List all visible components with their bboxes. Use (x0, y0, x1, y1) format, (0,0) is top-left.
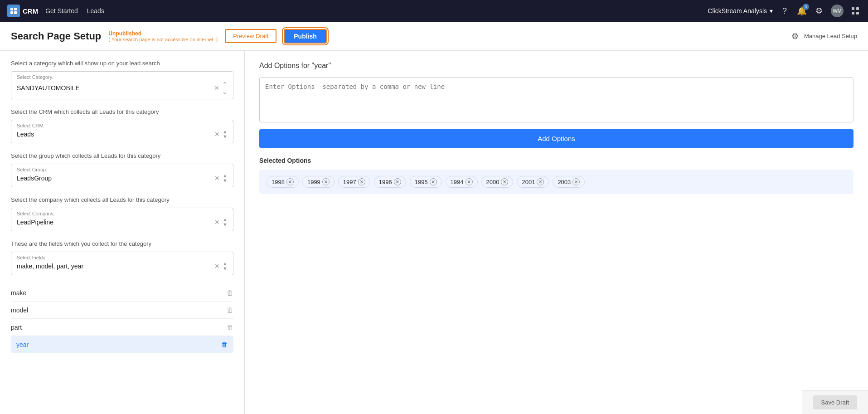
field-row-model[interactable]: model 🗑 (11, 302, 233, 319)
category-actions: ✕ ⌃⌄ (214, 81, 228, 95)
selected-options-label: Selected Options (259, 157, 853, 164)
field-delete-model[interactable]: 🗑 (227, 306, 233, 314)
fields-value: make, model, part, year (17, 263, 214, 270)
group-value: LeadsGroup (17, 175, 214, 182)
help-icon[interactable]: ? (779, 5, 790, 16)
svg-rect-2 (10, 11, 13, 14)
option-chip-label: 2003 (558, 179, 571, 185)
category-chevron-icon[interactable]: ⌃⌄ (222, 81, 228, 95)
crm-field-label: Select CRM. (17, 123, 228, 128)
company-clear-icon[interactable]: ✕ (214, 219, 220, 226)
selected-options-container: 1998×1999×1997×1996×1995×1994×2000×2001×… (259, 170, 853, 194)
category-section-label: Select a category which will show up on … (11, 60, 233, 67)
preview-draft-button[interactable]: Preview Draft (225, 29, 276, 43)
options-textarea[interactable] (259, 77, 853, 122)
manage-lead-gear-icon[interactable]: ⚙ (791, 31, 799, 41)
crm-chevron-icon[interactable]: ▲▼ (223, 129, 228, 139)
topnav-links: Get Started Leads (45, 7, 104, 15)
publish-button[interactable]: Publish (284, 29, 327, 44)
grid-icon[interactable] (850, 5, 861, 16)
field-row-make[interactable]: make 🗑 (11, 284, 233, 302)
crm-actions: ✕ ▲▼ (214, 129, 228, 139)
fields-clear-icon[interactable]: ✕ (214, 263, 220, 270)
option-chip-label: 1995 (415, 179, 428, 185)
settings-icon[interactable]: ⚙ (814, 5, 824, 16)
svg-rect-5 (856, 7, 859, 10)
company-field-label: Select Company. (17, 211, 228, 216)
option-chip-1998: 1998× (267, 176, 299, 188)
option-chip-1999: 1999× (302, 176, 335, 188)
fields-list: make 🗑 model 🗑 part 🗑 year 🗑 (11, 284, 233, 353)
avatar[interactable]: WM (831, 5, 844, 17)
notifications-icon[interactable]: 🔔 0 (796, 5, 807, 16)
crm-clear-icon[interactable]: ✕ (214, 131, 220, 138)
add-options-button[interactable]: Add Options (259, 129, 853, 148)
header-right: ⚙ Manage Lead Setup (791, 31, 857, 41)
company-chevron-icon[interactable]: ▲▼ (223, 217, 228, 227)
option-chip-label: 1996 (379, 179, 392, 185)
fields-chevron-icon[interactable]: ▲▼ (223, 261, 228, 271)
option-chip-close-1995[interactable]: × (430, 178, 437, 185)
manage-lead-setup-link[interactable]: Manage Lead Setup (804, 33, 857, 39)
notification-badge: 0 (803, 4, 809, 10)
field-delete-part[interactable]: 🗑 (227, 323, 233, 331)
option-chip-label: 1998 (272, 179, 285, 185)
fields-actions: ✕ ▲▼ (214, 261, 228, 271)
option-chip-label: 2001 (522, 179, 535, 185)
workspace-selector[interactable]: ClickStream Analysis ▾ (708, 7, 773, 15)
fields-select[interactable]: Select Fields make, model, part, year ✕ … (11, 252, 233, 275)
header-bar: Search Page Setup Unpublished ( Your sea… (0, 22, 868, 51)
group-chevron-icon[interactable]: ▲▼ (223, 173, 228, 183)
option-chip-2003: 2003× (553, 176, 585, 188)
field-name-make: make (11, 289, 227, 297)
field-row-year[interactable]: year 🗑 (11, 336, 233, 353)
left-panel: Select a category which will show up on … (0, 51, 245, 414)
option-chip-2001: 2001× (517, 176, 549, 188)
main-content: Select a category which will show up on … (0, 51, 868, 414)
topnav-right: ClickStream Analysis ▾ ? 🔔 0 ⚙ WM (708, 5, 861, 17)
page-title: Search Page Setup (11, 30, 101, 42)
option-chip-1995: 1995× (410, 176, 442, 188)
option-chip-1997: 1997× (338, 176, 370, 188)
crm-select[interactable]: Select CRM. Leads ✕ ▲▼ (11, 120, 233, 143)
option-chip-label: 1997 (343, 179, 356, 185)
company-value: LeadPipeline (17, 219, 214, 226)
option-chip-close-1999[interactable]: × (322, 178, 330, 185)
footer-bar: Save Draft (802, 390, 868, 414)
option-chip-close-1997[interactable]: × (358, 178, 365, 185)
top-navigation: CRM Get Started Leads ClickStream Analys… (0, 0, 868, 22)
option-chip-label: 1999 (307, 179, 320, 185)
option-chip-close-2003[interactable]: × (572, 178, 580, 185)
option-chip-1994: 1994× (446, 176, 478, 188)
category-clear-icon[interactable]: ✕ (214, 84, 219, 92)
fields-select-label: Select Fields (17, 255, 228, 260)
crm-value: Leads (17, 131, 214, 138)
option-chip-close-2001[interactable]: × (537, 178, 544, 185)
unpublished-label: Unpublished (108, 30, 218, 37)
option-chip-label: 2000 (486, 179, 499, 185)
group-actions: ✕ ▲▼ (214, 173, 228, 183)
option-chip-1996: 1996× (374, 176, 406, 188)
crm-logo-text: CRM (23, 7, 38, 15)
svg-rect-6 (852, 12, 854, 15)
crm-logo[interactable]: CRM (7, 5, 38, 17)
save-draft-button[interactable]: Save Draft (813, 395, 857, 409)
option-chip-close-1996[interactable]: × (394, 178, 401, 185)
option-chip-close-1994[interactable]: × (466, 178, 473, 185)
company-select[interactable]: Select Company. LeadPipeline ✕ ▲▼ (11, 208, 233, 231)
group-clear-icon[interactable]: ✕ (214, 175, 220, 182)
company-section-label: Select the company which collects all Le… (11, 196, 233, 203)
field-delete-make[interactable]: 🗑 (227, 289, 233, 297)
topnav-link-get-started[interactable]: Get Started (45, 7, 78, 15)
field-name-model: model (11, 307, 227, 314)
category-select[interactable]: Select Category. SANDYAUTOMOBILE ✕ ⌃⌄ (11, 71, 233, 99)
field-delete-year[interactable]: 🗑 (221, 341, 228, 348)
option-chip-close-2000[interactable]: × (501, 178, 508, 185)
option-chip-close-1998[interactable]: × (286, 178, 294, 185)
option-chip-2000: 2000× (481, 176, 514, 188)
fields-section-label: These are the fields which you collect f… (11, 240, 233, 247)
logo-icon (7, 5, 20, 17)
group-select[interactable]: Select Group. LeadsGroup ✕ ▲▼ (11, 164, 233, 187)
topnav-link-leads[interactable]: Leads (87, 7, 104, 15)
field-row-part[interactable]: part 🗑 (11, 319, 233, 336)
